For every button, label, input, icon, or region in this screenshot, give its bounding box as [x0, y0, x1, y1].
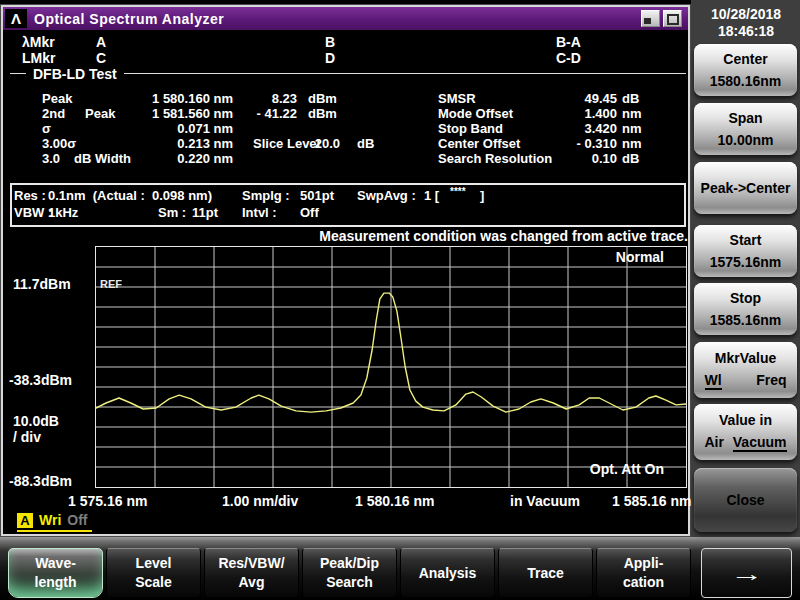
analysis-row-stop-band: Stop Band 3.420 nm	[0, 121, 690, 136]
marker-value-options: Wl Freq	[705, 373, 787, 390]
marker-c-label: C	[96, 50, 106, 66]
swpavg-bracket: ]	[480, 188, 484, 203]
menu-label2: cation	[623, 573, 664, 592]
sm-value: 11pt	[192, 205, 218, 220]
time-text: 18:46:18	[692, 23, 800, 40]
menu-level-scale-button[interactable]: Level Scale	[106, 548, 201, 598]
level-marker-row: LMkr C D C-D	[0, 50, 690, 65]
menu-label: Appli-	[624, 554, 664, 573]
logo-glyph: Λ	[11, 10, 21, 27]
analysis-value: - 0.310	[520, 136, 617, 151]
res-label: Res :	[14, 188, 46, 203]
divider-fill	[124, 73, 686, 74]
minimize-button[interactable]	[641, 10, 660, 27]
menu-trace-button[interactable]: Trace	[498, 548, 593, 598]
vbw-label: VBW :	[14, 205, 52, 220]
optical-attenuator-status: Opt. Att On	[590, 461, 664, 477]
marker-b-label: B	[325, 34, 335, 50]
menu-label2: length	[35, 573, 77, 592]
x-axis-start-label: 1 575.16 nm	[68, 493, 147, 509]
window-controls	[641, 10, 682, 27]
menu-more-button[interactable]: →	[701, 548, 792, 598]
button-label: Stop	[730, 291, 761, 305]
smplg-value: 501pt	[300, 188, 334, 203]
sweep-row-1: Res : 0.1nm (Actual : 0.098 nm) Smplg : …	[12, 188, 684, 204]
swpavg-stars: ****	[450, 186, 466, 197]
button-label: Value in	[719, 413, 772, 427]
menu-wavelength-button[interactable]: Wave- length	[8, 548, 103, 598]
center-button[interactable]: Center 1580.16nm	[694, 44, 797, 96]
menu-label2: Search	[326, 573, 373, 592]
test-title-divider: DFB-LD Test	[10, 66, 686, 81]
anritsu-logo-icon: Λ	[5, 9, 27, 28]
date-text: 10/28/2018	[692, 6, 800, 23]
option-wavelength[interactable]: Wl	[705, 373, 722, 390]
y-axis-top-label: 11.7dBm	[13, 276, 71, 292]
title-bar: Λ Optical Spectrum Analyzer	[3, 7, 688, 30]
marker-ba-label: B-A	[556, 34, 581, 50]
trace-warning-message: Measurement condition was changed from a…	[300, 228, 688, 244]
menu-application-button[interactable]: Appli- cation	[596, 548, 691, 598]
button-value: 10.00nm	[717, 133, 773, 147]
swpavg-label: SwpAvg :	[357, 188, 416, 203]
analysis-label: Stop Band	[438, 121, 503, 136]
button-value: 1580.16nm	[710, 74, 782, 88]
button-label: Start	[730, 233, 762, 247]
marker-value-button[interactable]: MkrValue Wl Freq	[694, 342, 797, 398]
peak-to-center-button[interactable]: Peak->Center	[694, 162, 797, 214]
x-axis-div-label: 1.00 nm/div	[222, 493, 298, 509]
datetime-display: 10/28/2018 18:46:18	[692, 6, 800, 40]
value-in-options: Air Vacuum	[705, 435, 787, 452]
x-axis-medium-label: in Vacuum	[510, 493, 580, 509]
analysis-value: 3.420	[520, 121, 617, 136]
analysis-unit: nm	[622, 136, 642, 151]
start-button[interactable]: Start 1575.16nm	[694, 225, 797, 277]
menu-label2: Scale	[135, 573, 172, 592]
sweep-row-2: VBW : 1kHz Sm : 11pt Intvl : Off	[12, 205, 684, 221]
analysis-unit: nm	[622, 121, 642, 136]
wavelength-marker-row: λMkr A B B-A	[0, 34, 690, 49]
option-air[interactable]: Air	[705, 435, 724, 452]
stop-button[interactable]: Stop 1585.16nm	[694, 283, 797, 335]
span-button[interactable]: Span 10.00nm	[694, 103, 797, 155]
menu-label: Wave-	[35, 554, 76, 573]
button-value: 1585.16nm	[710, 313, 782, 327]
menu-label: Trace	[527, 564, 564, 583]
button-label: Close	[726, 493, 764, 507]
maximize-button[interactable]	[663, 10, 682, 27]
menu-label: Peak/Dip	[320, 554, 379, 573]
marker-cd-label: C-D	[556, 50, 581, 66]
intvl-label: Intvl :	[242, 205, 277, 220]
button-label: Center	[723, 52, 767, 66]
analysis-label: Mode Offset	[438, 106, 513, 121]
analysis-unit: dB	[622, 91, 639, 106]
smplg-label: Smplg :	[242, 188, 290, 203]
sweep-settings-box: Res : 0.1nm (Actual : 0.098 nm) Smplg : …	[10, 183, 686, 227]
close-button[interactable]: Close	[694, 468, 797, 532]
trace-off-label: Off	[67, 512, 87, 528]
y-axis-mid-label: -38.3dBm	[9, 372, 72, 388]
option-frequency[interactable]: Freq	[756, 373, 786, 390]
menu-peak-dip-search-button[interactable]: Peak/Dip Search	[302, 548, 397, 598]
ref-level-label: REF	[100, 278, 122, 290]
level-marker-label: LMkr	[22, 50, 55, 66]
marker-a-label: A	[96, 34, 106, 50]
menu-analysis-button[interactable]: Analysis	[400, 548, 495, 598]
window-title: Optical Spectrum Analyzer	[34, 11, 224, 27]
analysis-value: 0.10	[520, 151, 617, 166]
y-axis-scale-label2: / div	[13, 429, 41, 445]
menu-label2: Avg	[239, 573, 265, 592]
menu-label: Analysis	[419, 564, 477, 583]
menu-res-vbw-avg-button[interactable]: Res/VBW/ Avg	[204, 548, 299, 598]
analysis-value: 1.400	[520, 106, 617, 121]
y-axis-bottom-label: -88.3dBm	[9, 473, 72, 489]
button-label: Span	[728, 111, 762, 125]
analysis-unit: nm	[622, 106, 642, 121]
menu-label: Res/VBW/	[218, 554, 284, 573]
analysis-label: SMSR	[438, 91, 476, 106]
test-title: DFB-LD Test	[33, 66, 117, 82]
res-value: 0.1nm (Actual : 0.098 nm)	[48, 188, 212, 203]
value-in-button[interactable]: Value in Air Vacuum	[694, 404, 797, 460]
button-label: MkrValue	[715, 351, 776, 365]
option-vacuum[interactable]: Vacuum	[733, 435, 787, 452]
